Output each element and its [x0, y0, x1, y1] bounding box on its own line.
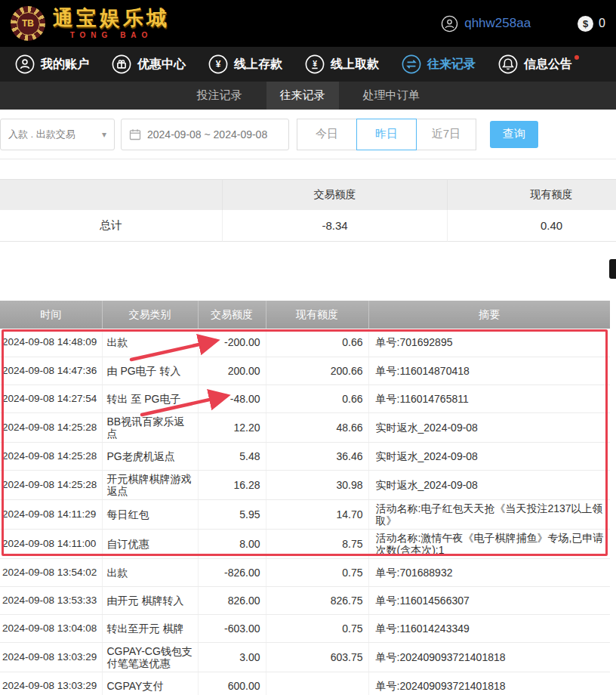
cell-balance: 826.75: [266, 586, 368, 614]
cell-time: 2024-09-08 14:25:28: [0, 470, 102, 499]
table-row: 2024-09-08 13:03:29 CGPAY-CG钱包支付笔笔送优惠 3.…: [0, 642, 610, 672]
cell-time: 2024-09-08 14:11:00: [0, 529, 102, 558]
table-row: 2024-09-08 13:03:29 CGPAY支付 600.00 单号:20…: [0, 672, 610, 695]
table-row: 2024-09-08 13:53:33 由开元 棋牌转入 826.00 826.…: [0, 586, 610, 614]
cell-amount: 5.95: [198, 499, 266, 529]
nav-label: 往来记录: [427, 57, 476, 73]
col-header-summary: 摘要: [368, 301, 610, 329]
cell-time: 2024-09-08 14:11:29: [0, 499, 102, 529]
tab-pending-orders[interactable]: 处理中订单: [350, 82, 433, 110]
cell-time: 2024-09-08 13:54:02: [0, 558, 102, 586]
nav-promotions[interactable]: 优惠中心: [112, 54, 186, 74]
cell-balance: 0.66: [266, 329, 368, 357]
cell-amount: 5.48: [198, 442, 266, 470]
nav-announcements[interactable]: 信息公告: [498, 54, 572, 74]
col-header-amount: 交易额度: [198, 301, 266, 329]
nav-transaction-records[interactable]: 往来记录: [402, 54, 476, 74]
table-row: 2024-09-08 14:11:29 每日红包 5.95 14.70 活动名称…: [0, 499, 610, 529]
cell-summary: 实时返水_2024-09-08: [368, 412, 610, 442]
cell-time: 2024-09-08 14:47:36: [0, 357, 102, 385]
logo-subtitle: TONG BAO: [53, 31, 170, 39]
cell-amount: -603.00: [198, 614, 266, 642]
cell-type: 开元棋牌棋牌游戏返点: [102, 470, 198, 499]
transaction-type-select[interactable]: 入款 . 出款交易 ▾: [0, 119, 115, 150]
cell-balance: [266, 672, 368, 695]
summary-total-label: 总计: [0, 210, 223, 242]
cell-balance: 200.66: [266, 357, 368, 385]
cell-amount: 600.00: [198, 672, 266, 695]
dollar-icon: $: [578, 16, 593, 32]
balance-value: 0: [599, 17, 605, 30]
last7days-button[interactable]: 近7日: [416, 119, 476, 150]
cell-time: 2024-09-08 13:04:08: [0, 614, 102, 642]
cell-time: 2024-09-08 14:25:28: [0, 442, 102, 470]
user-avatar-icon: [441, 15, 458, 32]
logo-text: 通宝娱乐城 TONG BAO: [53, 8, 170, 39]
tab-bet-records[interactable]: 投注记录: [183, 82, 256, 110]
cell-summary: 单号:202409093721401818: [368, 642, 610, 672]
username[interactable]: qhhw258aa: [464, 16, 531, 31]
search-button[interactable]: 查询: [490, 121, 538, 148]
date-range-value: 2024-09-08 ~ 2024-09-08: [147, 128, 267, 141]
top-header: TB 通宝娱乐城 TONG BAO qhhw258aa $ 0: [0, 0, 616, 47]
cell-summary: 活动名称:电子红包天天抢《当天投注2137以上领取》: [368, 499, 610, 529]
nav-deposit[interactable]: ¥ 线上存款: [208, 54, 282, 74]
main-nav: 我的账户 优惠中心 ¥ 线上存款 ¥ 线上取款 往来记录: [0, 47, 616, 82]
cell-balance: 603.75: [266, 642, 368, 672]
logo-title: 通宝娱乐城: [53, 8, 170, 29]
cell-balance: 14.70: [266, 499, 368, 529]
table-row: 2024-09-08 14:11:00 自订优惠 8.00 8.75 活动名称:…: [0, 529, 610, 558]
cell-balance: 0.66: [266, 385, 368, 412]
cell-amount: -826.00: [198, 558, 266, 586]
cell-summary: 单号:116014566307: [368, 586, 610, 614]
chip-monogram: TB: [17, 12, 40, 36]
cell-amount: -200.00: [198, 329, 266, 357]
filter-bar: 入款 . 出款交易 ▾ 2024-09-08 ~ 2024-09-08 今日 昨…: [0, 110, 616, 159]
cell-summary: 实时返水_2024-09-08: [368, 470, 610, 499]
cell-summary: 单号:116014765811: [368, 385, 610, 412]
summary-total-amount: -8.34: [223, 210, 448, 242]
summary-header-row: 交易额度 现有额度: [0, 179, 616, 210]
gift-icon: [112, 54, 131, 74]
svg-text:¥: ¥: [313, 60, 317, 68]
user-area: qhhw258aa $ 0: [441, 15, 605, 32]
table-row: 2024-09-08 13:04:08 转出至开元 棋牌 -603.00 0.7…: [0, 614, 610, 642]
today-button[interactable]: 今日: [297, 119, 357, 150]
records-table: 时间 交易类别 交易额度 现有额度 摘要 2024-09-08 14:48:09…: [0, 301, 610, 695]
cell-type: 由开元 棋牌转入: [102, 586, 198, 614]
svg-text:¥: ¥: [216, 59, 221, 70]
summary-total-row: 总计 -8.34 0.40: [0, 210, 616, 242]
col-header-time: 时间: [0, 301, 102, 329]
page: TB 通宝娱乐城 TONG BAO qhhw258aa $ 0: [0, 0, 616, 695]
col-header-balance: 现有额度: [266, 301, 368, 329]
nav-label: 我的账户: [41, 57, 89, 73]
nav-withdraw[interactable]: ¥ 线上取款: [305, 54, 379, 74]
cell-amount: 826.00: [198, 586, 266, 614]
cell-type: 每日红包: [102, 499, 198, 529]
table-row: 2024-09-08 14:48:09 出款 -200.00 0.66 单号:7…: [0, 329, 610, 357]
cell-amount: 12.20: [198, 412, 266, 442]
cell-summary: 单号:116014870418: [368, 357, 610, 385]
bell-icon: [498, 54, 518, 74]
site-logo[interactable]: TB 通宝娱乐城 TONG BAO: [11, 6, 170, 41]
yesterday-button[interactable]: 昨日: [356, 119, 417, 150]
cell-type: 转出至开元 棋牌: [102, 614, 198, 642]
cell-type: 出款: [102, 558, 198, 586]
cell-time: 2024-09-08 13:53:33: [0, 586, 102, 614]
select-value: 入款 . 出款交易: [8, 128, 75, 141]
floating-side-widget[interactable]: [609, 259, 616, 279]
cell-amount: 200.00: [198, 357, 266, 385]
deposit-coin-icon: ¥: [208, 54, 228, 74]
tab-transaction-records[interactable]: 往来记录: [266, 82, 339, 110]
cell-type: BB视讯百家乐返点: [102, 412, 198, 442]
cell-type: 转出 至 PG电子: [102, 385, 198, 412]
date-range-input[interactable]: 2024-09-08 ~ 2024-09-08: [121, 119, 289, 150]
summary-table: 交易额度 现有额度 总计 -8.34 0.40: [0, 179, 616, 242]
cell-time: 2024-09-08 14:48:09: [0, 329, 102, 357]
nav-label: 线上取款: [331, 57, 379, 73]
cell-type: 自订优惠: [102, 529, 198, 558]
cell-balance: 30.98: [266, 470, 368, 499]
summary-header-empty: [0, 180, 223, 210]
nav-my-account[interactable]: 我的账户: [15, 54, 89, 74]
summary-header-amount: 交易额度: [223, 180, 448, 210]
